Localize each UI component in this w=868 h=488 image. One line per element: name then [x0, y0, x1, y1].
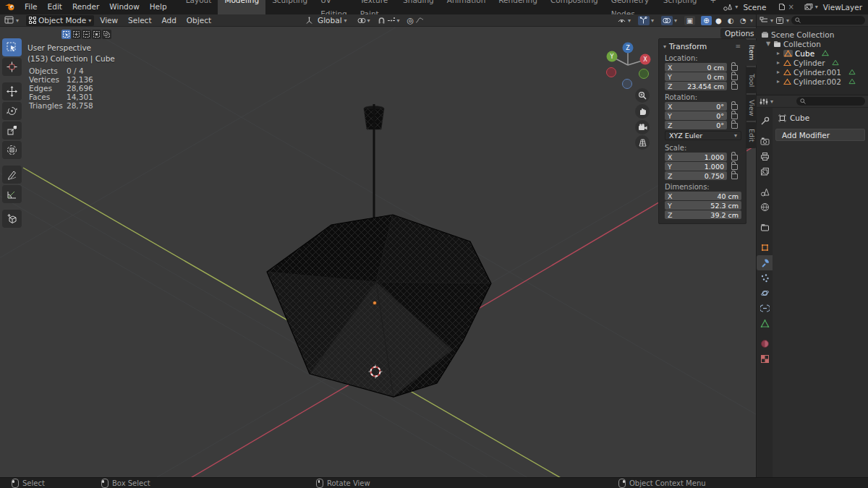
object-type-visibility-icon[interactable] [617, 17, 626, 25]
scene-properties-tab[interactable] [757, 184, 773, 200]
shading-wireframe-icon[interactable]: ⊕ [701, 16, 712, 25]
falloff-curve-icon[interactable] [415, 17, 424, 24]
scale-z-field[interactable]: Z0.750 [665, 171, 727, 180]
cylinder002-expand-icon[interactable]: ▸ [775, 78, 781, 85]
viewport-menu-add[interactable]: Add [158, 16, 181, 25]
tool-measure[interactable] [2, 185, 22, 203]
material-properties-tab[interactable] [757, 336, 773, 351]
lock-scale-x-icon[interactable] [731, 155, 738, 160]
snap-magnet-icon[interactable] [378, 17, 386, 25]
zoom-view-button[interactable] [635, 88, 650, 103]
toggle-xray-icon[interactable]: ▣ [684, 16, 695, 25]
gizmo-z-neg-axis[interactable] [623, 80, 632, 89]
show-overlays-icon[interactable] [661, 16, 673, 25]
menu-file[interactable]: File [20, 0, 43, 14]
orientation-dropdown[interactable]: Global ▾ [315, 15, 350, 26]
outliner-row-scene-collection[interactable]: Scene Collection [761, 30, 834, 39]
select-mode-extend-icon[interactable] [72, 30, 81, 39]
pivot-point-icon[interactable] [357, 17, 366, 25]
output-properties-tab[interactable] [757, 149, 773, 164]
tool-cursor[interactable] [2, 58, 22, 76]
shading-solid-icon[interactable]: ● [713, 16, 724, 25]
object-properties-tab[interactable] [757, 240, 773, 255]
select-mode-invert-icon[interactable] [92, 30, 101, 39]
rotation-y-field[interactable]: Y0° [665, 111, 727, 120]
location-z-field[interactable]: Z23.454 cm [665, 82, 727, 90]
texture-properties-tab[interactable] [757, 351, 773, 367]
unlink-scene-icon[interactable]: × [788, 4, 793, 11]
collection-properties-tab[interactable] [757, 220, 773, 235]
outliner-row-cylinder-002[interactable]: ▸ Cylinder.002 [775, 77, 856, 86]
snap-target-icon[interactable] [387, 17, 396, 25]
breadcrumb-object-name[interactable]: Cube [790, 114, 809, 122]
shading-rendered-icon[interactable]: ◔ [738, 16, 749, 25]
outliner-filter-chevron[interactable]: ▾ [786, 17, 789, 24]
constraint-properties-tab[interactable] [757, 301, 773, 316]
viewlayer-browse-chevron[interactable]: ▾ [815, 4, 818, 10]
outliner-row-collection[interactable]: ▼ Collection [765, 39, 821, 48]
visibility-chevron[interactable]: ▾ [628, 17, 631, 24]
lock-rotation-x-icon[interactable] [731, 104, 738, 110]
cylinder001-mesh-data-icon[interactable] [848, 69, 856, 75]
object-data-properties-tab[interactable] [757, 316, 773, 331]
outliner-row-cylinder-001[interactable]: ▸ Cylinder.001 [775, 67, 856, 77]
outliner-row-cylinder[interactable]: ▸ Cylinder [775, 58, 839, 67]
lock-location-z-icon[interactable] [731, 84, 738, 90]
snap-chevron[interactable]: ▾ [397, 17, 400, 24]
shading-material-icon[interactable]: ◐ [726, 16, 736, 25]
tool-scale[interactable] [2, 121, 22, 140]
scale-y-field[interactable]: Y1.000 [665, 162, 727, 171]
shading-chevron[interactable]: ▾ [750, 17, 753, 24]
add-modifier-button[interactable]: Add Modifier [775, 129, 865, 141]
blender-logo-icon[interactable] [0, 3, 20, 11]
cube-mesh-data-icon[interactable] [822, 50, 829, 56]
properties-editor-type-icon[interactable] [760, 98, 768, 106]
world-properties-tab[interactable] [757, 200, 773, 215]
viewlayer-browse-icon[interactable] [804, 3, 813, 11]
cylinder001-expand-icon[interactable]: ▸ [775, 69, 781, 75]
transform-orientation-icon[interactable] [305, 17, 313, 25]
cylinder-mesh-data-icon[interactable] [832, 59, 839, 66]
editor-type-chevron[interactable]: ▾ [16, 17, 19, 24]
editor-type-icon[interactable] [3, 16, 14, 25]
pan-view-button[interactable] [635, 104, 650, 119]
rotation-mode-dropdown[interactable]: XYZ Euler ▾ [665, 131, 741, 140]
tool-move[interactable] [2, 82, 22, 100]
gizmo-x-neg-axis[interactable] [607, 68, 616, 77]
tool-transform[interactable] [2, 141, 22, 159]
select-mode-intersect-icon[interactable] [102, 30, 111, 39]
mode-dropdown[interactable]: Object Mode ▾ [26, 15, 94, 26]
outliner-row-cube[interactable]: ▸ Cube [775, 48, 829, 58]
lock-rotation-y-icon[interactable] [731, 114, 738, 119]
3d-viewport[interactable]: ▾ Object Mode ▾ View Select Add Object G… [0, 14, 756, 477]
npanel-tab-view[interactable]: View [746, 95, 757, 121]
tool-annotate[interactable] [2, 166, 22, 184]
menu-window[interactable]: Window [104, 0, 144, 14]
gizmo-chevron[interactable]: ▾ [651, 17, 654, 24]
viewlayer-name[interactable]: ViewLayer [820, 3, 862, 12]
outliner-editor-type-icon[interactable] [760, 17, 768, 25]
cylinder002-mesh-data-icon[interactable] [848, 78, 856, 85]
proportional-editing-icon[interactable]: ◎ [407, 16, 414, 25]
npanel-tab-item[interactable]: Item [746, 40, 757, 66]
rotation-x-field[interactable]: X0° [665, 102, 727, 111]
camera-view-button[interactable] [635, 120, 650, 134]
properties-type-chevron[interactable]: ▾ [770, 98, 773, 105]
dimensions-x-field[interactable]: X40 cm [665, 192, 741, 200]
rotation-z-field[interactable]: Z0° [665, 121, 727, 129]
transform-panel-collapse-icon[interactable]: ▾ [663, 43, 666, 50]
physics-properties-tab[interactable] [757, 286, 773, 301]
scale-x-field[interactable]: X1.000 [665, 153, 727, 161]
panel-grip-icon[interactable]: ≡ [735, 43, 741, 50]
view-layer-properties-tab[interactable] [757, 164, 773, 179]
new-scene-icon[interactable] [778, 3, 786, 11]
viewport-menu-view[interactable]: View [95, 16, 122, 25]
outliner-filter-icon[interactable] [775, 17, 784, 25]
collection-expand-icon[interactable]: ▼ [765, 40, 771, 47]
tool-properties-tab[interactable] [757, 114, 773, 129]
gizmo-y-neg-axis[interactable] [639, 69, 649, 79]
select-mode-subtract-icon[interactable] [82, 30, 91, 39]
scene-browse-icon[interactable] [723, 3, 733, 11]
scene-browse-chevron[interactable]: ▾ [735, 4, 738, 10]
modifier-properties-tab[interactable] [757, 255, 773, 270]
